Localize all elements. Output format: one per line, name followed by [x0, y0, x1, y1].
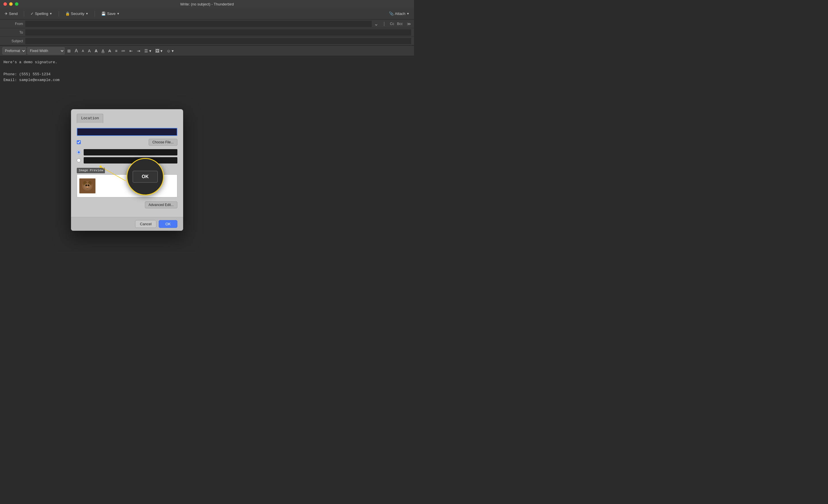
- titlebar: Write: (no subject) - Thunderbird: [0, 0, 414, 8]
- to-input[interactable]: [25, 29, 411, 36]
- format-outdent-icon[interactable]: ⇤: [128, 47, 134, 55]
- window-title: Write: (no subject) - Thunderbird: [180, 2, 234, 6]
- subject-label: Subject: [3, 39, 23, 43]
- cancel-button[interactable]: Cancel: [135, 220, 156, 228]
- radio-field-2: [84, 157, 177, 164]
- security-button[interactable]: 🔒 Security ▼: [64, 11, 90, 17]
- dialog-tabs: Location: [77, 114, 177, 123]
- save-icon: 💾: [101, 11, 106, 16]
- security-dropdown-icon: ▼: [86, 12, 89, 15]
- spelling-button[interactable]: ✓ Spelling ▼: [29, 11, 54, 17]
- subject-input[interactable]: [25, 38, 411, 44]
- svg-point-5: [85, 184, 87, 186]
- advanced-edit-button[interactable]: Advanced Edit...: [145, 201, 177, 208]
- image-preview-box: [77, 174, 177, 197]
- format-font-larger-icon[interactable]: A: [73, 47, 79, 55]
- from-row: From ⌄ | Cc Bcc ≫: [0, 19, 414, 28]
- subject-row: Subject: [0, 37, 414, 45]
- to-label: To: [3, 31, 23, 35]
- save-button[interactable]: 💾 Save ▼: [99, 11, 121, 17]
- radio-row-1: [77, 149, 177, 155]
- more-fields-icon[interactable]: ≫: [407, 21, 411, 26]
- choose-file-button[interactable]: Choose File...: [149, 139, 177, 146]
- from-input[interactable]: [25, 21, 372, 27]
- font-select[interactable]: Fixed Width: [27, 47, 65, 55]
- image-preview-label: Image Preview: [77, 168, 105, 174]
- format-font-smaller-icon[interactable]: A: [81, 47, 85, 55]
- svg-point-7: [86, 186, 89, 188]
- style-select[interactable]: Preformat: [2, 47, 26, 55]
- format-underline-icon[interactable]: A: [100, 47, 106, 55]
- spelling-dropdown-icon: ▼: [49, 12, 52, 15]
- separator3: [94, 11, 95, 17]
- toolbar: ✈ Send ✓ Spelling ▼ 🔒 Security ▼ 💾 Save …: [0, 8, 414, 19]
- to-row: To: [0, 28, 414, 37]
- send-icon: ✈: [5, 11, 8, 16]
- cc-button[interactable]: Cc: [390, 22, 394, 26]
- minimize-button[interactable]: [9, 2, 13, 6]
- close-button[interactable]: [3, 2, 7, 6]
- url-input[interactable]: [77, 128, 177, 136]
- main-content: ✈ Send ✓ Spelling ▼ 🔒 Security ▼ 💾 Save …: [0, 8, 414, 252]
- send-label: Send: [9, 11, 17, 16]
- radio-group: [77, 149, 177, 164]
- editor-line1: Here's a demo signature.: [3, 59, 411, 65]
- separator: [24, 11, 24, 17]
- dialog-footer: Cancel OK: [71, 217, 183, 231]
- send-button[interactable]: ✈ Send: [3, 11, 19, 17]
- format-bar: Preformat Fixed Width ⊞ A A A A A A ≡ ≔ …: [0, 46, 414, 56]
- from-label: From: [3, 22, 23, 26]
- attach-icon: 📎: [389, 11, 394, 16]
- format-indent-icon[interactable]: ⇥: [135, 47, 142, 55]
- save-dropdown-icon: ▼: [117, 12, 120, 15]
- checkbox-row: Choose File...: [77, 139, 177, 146]
- radio-button-2[interactable]: [77, 158, 81, 163]
- tab-location[interactable]: Location: [77, 114, 103, 123]
- format-ul-icon[interactable]: ≡: [114, 47, 119, 55]
- image-properties-dialog: Location Choose File...: [71, 109, 183, 231]
- dialog-content: Location Choose File...: [71, 109, 183, 217]
- svg-point-6: [88, 184, 89, 186]
- attach-label: Attach: [395, 11, 405, 16]
- format-strike-icon[interactable]: A: [107, 47, 113, 55]
- preview-image: [79, 178, 95, 193]
- editor-area[interactable]: Here's a demo signature. Phone: (555) 55…: [0, 56, 414, 252]
- save-label: Save: [107, 11, 116, 16]
- header-area: From ⌄ | Cc Bcc ≫ To Subject: [0, 19, 414, 46]
- editor-line4: Email: sample@example.com: [3, 77, 411, 83]
- traffic-lights: [3, 2, 18, 6]
- format-table-icon[interactable]: ⊞: [66, 47, 72, 55]
- from-controls: ⌄ | Cc Bcc ≫: [374, 21, 411, 27]
- format-ol-icon[interactable]: ≔: [120, 47, 127, 55]
- dog-svg: [79, 178, 95, 193]
- ok-button[interactable]: OK: [159, 220, 177, 228]
- attach-dropdown-icon: ▼: [407, 12, 409, 15]
- bcc-button[interactable]: Bcc: [397, 22, 403, 26]
- image-preview-section: Image Preview: [77, 168, 177, 198]
- lock-icon: 🔒: [65, 11, 70, 16]
- format-emoji-icon[interactable]: ☺ ▾: [165, 47, 175, 55]
- format-image-icon[interactable]: 🖼 ▾: [154, 47, 164, 55]
- spelling-label: Spelling: [35, 11, 48, 16]
- radio-field-1: [84, 149, 177, 155]
- editor-line2: [3, 65, 411, 72]
- format-align-icon[interactable]: ☰ ▾: [143, 47, 153, 55]
- radio-row-2: [77, 157, 177, 164]
- editor-line3: Phone: (555) 555-1234: [3, 72, 411, 78]
- radio-button-1[interactable]: [77, 150, 81, 154]
- from-dropdown-icon[interactable]: ⌄: [374, 21, 378, 27]
- format-bold-icon[interactable]: A: [93, 47, 99, 55]
- security-label: Security: [71, 11, 85, 16]
- format-font-decor-icon[interactable]: A: [87, 47, 92, 55]
- advanced-row: Advanced Edit...: [77, 201, 177, 208]
- attach-button[interactable]: 📎 Attach ▼: [387, 11, 411, 17]
- spelling-icon: ✓: [31, 11, 34, 16]
- maximize-button[interactable]: [15, 2, 18, 6]
- attach-checkbox[interactable]: [77, 140, 81, 144]
